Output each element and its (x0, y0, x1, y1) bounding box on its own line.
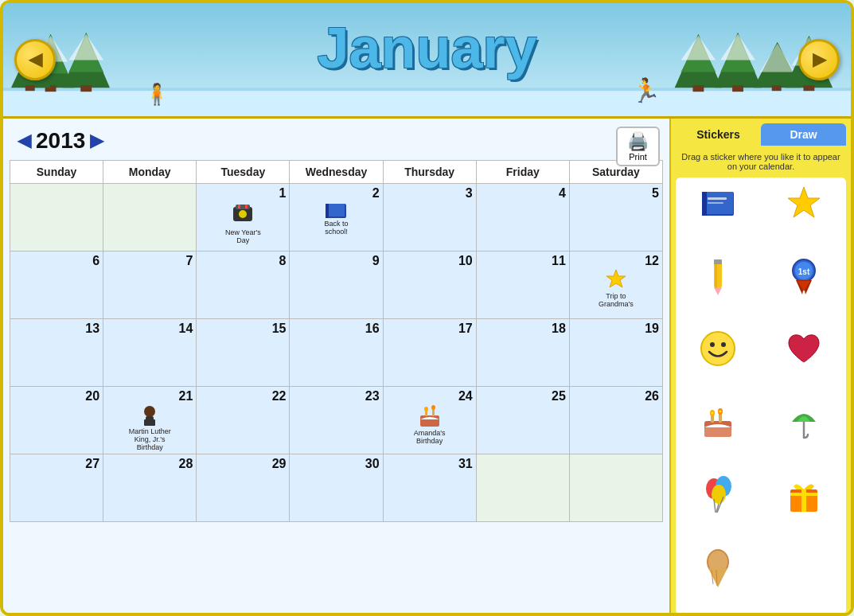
header-sunday: Sunday (10, 161, 103, 184)
cal-cell[interactable]: 25 (476, 387, 569, 454)
svg-rect-67 (704, 427, 731, 437)
sticker-ribbon[interactable]: 1st (765, 254, 843, 298)
prev-month-button[interactable]: ◀ (14, 39, 56, 80)
next-month-button[interactable]: ▶ (798, 39, 840, 80)
cell-content: Martin LutherKing, Jr.'sBirthday (107, 404, 193, 451)
day-number: 13 (85, 322, 99, 336)
cal-cell[interactable] (476, 454, 569, 522)
day-number: 8 (279, 254, 287, 268)
cal-cell[interactable]: 29 (197, 454, 290, 522)
cal-cell[interactable]: 24Amanda'sBirthday (383, 387, 476, 454)
svg-point-47 (431, 405, 435, 410)
svg-point-72 (712, 411, 714, 414)
header-friday: Friday (476, 161, 569, 184)
svg-rect-9 (80, 85, 92, 92)
cal-cell[interactable]: 30 (290, 454, 383, 522)
day-number: 23 (365, 389, 380, 404)
cal-cell[interactable]: 19 (569, 319, 662, 387)
svg-point-73 (719, 410, 722, 412)
cal-cell[interactable]: 22 (197, 387, 290, 454)
svg-rect-12 (25, 85, 35, 91)
sidebar-tabs: Stickers Draw (676, 123, 846, 146)
svg-rect-2 (3, 88, 851, 91)
cal-cell[interactable]: 14 (103, 319, 197, 387)
day-number: 19 (645, 322, 659, 336)
sticker-gift[interactable] (765, 473, 843, 517)
sticker-cake[interactable] (679, 400, 757, 443)
cal-cell[interactable]: 26 (569, 387, 662, 454)
svg-rect-56 (714, 259, 722, 264)
tab-stickers[interactable]: Stickers (676, 123, 761, 146)
cal-cell[interactable]: 23 (290, 387, 383, 454)
day-number: 31 (458, 457, 473, 471)
cal-cell[interactable]: 21Martin LutherKing, Jr.'sBirthday (103, 387, 197, 454)
stickers-grid: 1st (676, 177, 846, 614)
svg-point-64 (710, 342, 715, 347)
cal-cell[interactable]: 20 (10, 387, 103, 454)
cal-cell[interactable]: 6 (10, 251, 103, 319)
cal-cell[interactable]: 5 (569, 184, 662, 251)
day-number: 22 (272, 389, 287, 404)
cal-cell[interactable]: 28 (103, 454, 197, 522)
svg-rect-57 (715, 264, 717, 288)
cal-cell[interactable]: 17 (383, 319, 476, 387)
svg-rect-52 (708, 202, 723, 204)
svg-text:🧍: 🧍 (144, 82, 170, 107)
year-prev-button[interactable]: ◀ (13, 131, 36, 151)
day-number: 17 (458, 322, 473, 336)
header-wednesday: Wednesday (290, 161, 383, 184)
week-row: 6789101112Trip toGrandma's (10, 251, 663, 319)
day-number: 27 (85, 457, 99, 471)
year-next-button[interactable]: ▶ (85, 131, 108, 151)
cal-cell[interactable]: 31 (383, 454, 476, 522)
printer-icon: 🖨️ (624, 131, 652, 152)
sidebar: Stickers Draw Drag a sticker where you l… (669, 119, 851, 616)
cal-cell[interactable]: 10 (383, 251, 476, 319)
week-row: 2728293031 (10, 454, 663, 522)
cal-cell[interactable]: 18 (476, 319, 569, 387)
sticker-smiley[interactable] (679, 327, 757, 371)
cal-cell[interactable]: 3 (383, 184, 476, 251)
svg-text:🏃: 🏃 (631, 76, 661, 105)
cal-cell[interactable]: 2Back toschool! (290, 184, 383, 251)
cal-cell[interactable]: 27 (10, 454, 103, 522)
svg-rect-33 (238, 205, 240, 209)
cal-cell[interactable]: 7 (103, 251, 197, 319)
sticker-icecream[interactable] (679, 546, 757, 590)
day-number: 9 (372, 254, 380, 268)
day-number: 11 (552, 254, 566, 268)
print-button[interactable]: 🖨️ Print (616, 127, 660, 166)
cal-cell[interactable]: 1New Year'sDay (197, 184, 290, 251)
cal-cell[interactable]: 4 (476, 184, 569, 251)
sticker-balloons[interactable] (679, 473, 757, 517)
sidebar-description: Drag a sticker where you like it to appe… (676, 152, 846, 171)
cal-cell[interactable]: 8 (197, 251, 290, 319)
sticker-book[interactable] (679, 181, 757, 224)
svg-marker-38 (606, 270, 626, 287)
day-number: 20 (85, 389, 99, 404)
week-row: 13141516171819 (10, 319, 663, 387)
tab-draw[interactable]: Draw (761, 123, 846, 146)
cal-cell[interactable] (10, 184, 103, 251)
svg-point-65 (721, 342, 726, 347)
sticker-umbrella[interactable] (765, 400, 843, 443)
cal-cell[interactable]: 12Trip toGrandma's (569, 251, 662, 319)
svg-rect-50 (702, 192, 707, 216)
cal-cell[interactable] (569, 454, 662, 522)
day-number: 30 (365, 457, 380, 471)
sticker-star[interactable] (765, 181, 843, 224)
day-number: 6 (92, 254, 99, 268)
year-number: 2013 (36, 128, 85, 154)
cal-cell[interactable]: 13 (10, 319, 103, 387)
cal-cell[interactable] (103, 184, 197, 251)
cal-cell[interactable]: 15 (197, 319, 290, 387)
cal-cell[interactable]: 9 (290, 251, 383, 319)
cal-cell[interactable]: 11 (476, 251, 569, 319)
header-monday: Monday (103, 161, 197, 184)
day-number: 3 (466, 186, 473, 201)
sticker-heart[interactable] (765, 327, 843, 371)
header-tuesday: Tuesday (197, 161, 290, 184)
cal-cell[interactable]: 16 (290, 319, 383, 387)
svg-rect-84 (790, 493, 817, 496)
sticker-pencil[interactable] (679, 254, 757, 298)
